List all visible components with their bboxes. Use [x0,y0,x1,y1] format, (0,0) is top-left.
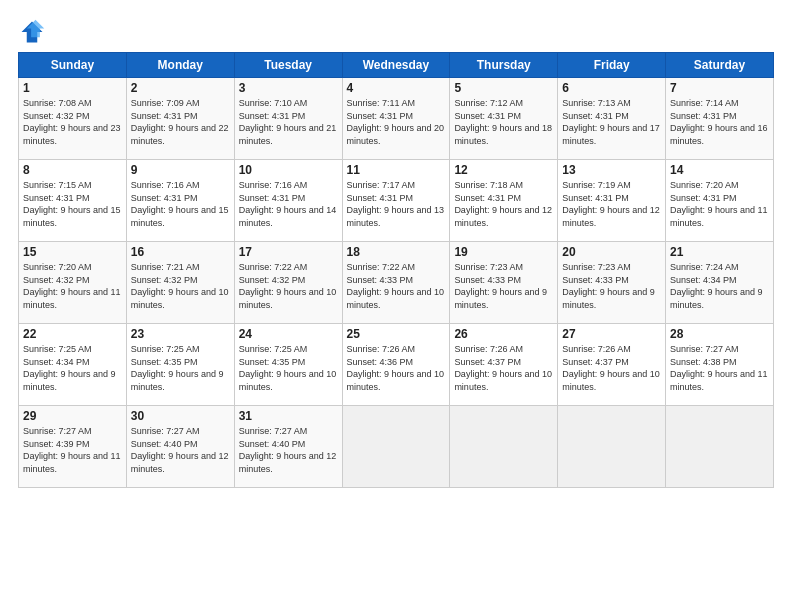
logo [18,18,50,46]
cell-info: Sunrise: 7:11 AMSunset: 4:31 PMDaylight:… [347,97,446,147]
calendar-cell: 18Sunrise: 7:22 AMSunset: 4:33 PMDayligh… [342,242,450,324]
cell-info: Sunrise: 7:15 AMSunset: 4:31 PMDaylight:… [23,179,122,229]
day-number: 21 [670,245,769,259]
day-number: 29 [23,409,122,423]
calendar-cell: 8Sunrise: 7:15 AMSunset: 4:31 PMDaylight… [19,160,127,242]
calendar-cell: 22Sunrise: 7:25 AMSunset: 4:34 PMDayligh… [19,324,127,406]
calendar-cell: 3Sunrise: 7:10 AMSunset: 4:31 PMDaylight… [234,78,342,160]
calendar-cell: 16Sunrise: 7:21 AMSunset: 4:32 PMDayligh… [126,242,234,324]
calendar-cell: 28Sunrise: 7:27 AMSunset: 4:38 PMDayligh… [666,324,774,406]
day-number: 6 [562,81,661,95]
day-header-thursday: Thursday [450,53,558,78]
cell-info: Sunrise: 7:16 AMSunset: 4:31 PMDaylight:… [131,179,230,229]
day-header-wednesday: Wednesday [342,53,450,78]
cell-info: Sunrise: 7:08 AMSunset: 4:32 PMDaylight:… [23,97,122,147]
calendar-cell: 29Sunrise: 7:27 AMSunset: 4:39 PMDayligh… [19,406,127,488]
calendar-cell: 13Sunrise: 7:19 AMSunset: 4:31 PMDayligh… [558,160,666,242]
calendar-cell: 26Sunrise: 7:26 AMSunset: 4:37 PMDayligh… [450,324,558,406]
day-number: 15 [23,245,122,259]
cell-info: Sunrise: 7:25 AMSunset: 4:35 PMDaylight:… [239,343,338,393]
cell-info: Sunrise: 7:27 AMSunset: 4:38 PMDaylight:… [670,343,769,393]
calendar-cell [558,406,666,488]
calendar-cell: 17Sunrise: 7:22 AMSunset: 4:32 PMDayligh… [234,242,342,324]
calendar-cell: 9Sunrise: 7:16 AMSunset: 4:31 PMDaylight… [126,160,234,242]
calendar-cell: 6Sunrise: 7:13 AMSunset: 4:31 PMDaylight… [558,78,666,160]
cell-info: Sunrise: 7:13 AMSunset: 4:31 PMDaylight:… [562,97,661,147]
day-header-friday: Friday [558,53,666,78]
day-number: 17 [239,245,338,259]
calendar-cell [450,406,558,488]
logo-icon [18,18,46,46]
cell-info: Sunrise: 7:22 AMSunset: 4:32 PMDaylight:… [239,261,338,311]
calendar-cell: 12Sunrise: 7:18 AMSunset: 4:31 PMDayligh… [450,160,558,242]
day-number: 3 [239,81,338,95]
cell-info: Sunrise: 7:09 AMSunset: 4:31 PMDaylight:… [131,97,230,147]
cell-info: Sunrise: 7:27 AMSunset: 4:40 PMDaylight:… [131,425,230,475]
day-number: 5 [454,81,553,95]
day-number: 2 [131,81,230,95]
cell-info: Sunrise: 7:26 AMSunset: 4:37 PMDaylight:… [562,343,661,393]
calendar-cell: 5Sunrise: 7:12 AMSunset: 4:31 PMDaylight… [450,78,558,160]
day-number: 16 [131,245,230,259]
cell-info: Sunrise: 7:26 AMSunset: 4:36 PMDaylight:… [347,343,446,393]
cell-info: Sunrise: 7:24 AMSunset: 4:34 PMDaylight:… [670,261,769,311]
cell-info: Sunrise: 7:17 AMSunset: 4:31 PMDaylight:… [347,179,446,229]
day-number: 12 [454,163,553,177]
calendar-cell: 10Sunrise: 7:16 AMSunset: 4:31 PMDayligh… [234,160,342,242]
calendar-cell: 14Sunrise: 7:20 AMSunset: 4:31 PMDayligh… [666,160,774,242]
day-number: 11 [347,163,446,177]
cell-info: Sunrise: 7:21 AMSunset: 4:32 PMDaylight:… [131,261,230,311]
calendar-table: SundayMondayTuesdayWednesdayThursdayFrid… [18,52,774,488]
week-row-5: 29Sunrise: 7:27 AMSunset: 4:39 PMDayligh… [19,406,774,488]
cell-info: Sunrise: 7:27 AMSunset: 4:39 PMDaylight:… [23,425,122,475]
cell-info: Sunrise: 7:19 AMSunset: 4:31 PMDaylight:… [562,179,661,229]
cell-info: Sunrise: 7:14 AMSunset: 4:31 PMDaylight:… [670,97,769,147]
day-number: 9 [131,163,230,177]
cell-info: Sunrise: 7:25 AMSunset: 4:35 PMDaylight:… [131,343,230,393]
cell-info: Sunrise: 7:12 AMSunset: 4:31 PMDaylight:… [454,97,553,147]
calendar-cell: 24Sunrise: 7:25 AMSunset: 4:35 PMDayligh… [234,324,342,406]
cell-info: Sunrise: 7:16 AMSunset: 4:31 PMDaylight:… [239,179,338,229]
calendar-cell: 7Sunrise: 7:14 AMSunset: 4:31 PMDaylight… [666,78,774,160]
day-header-tuesday: Tuesday [234,53,342,78]
week-row-3: 15Sunrise: 7:20 AMSunset: 4:32 PMDayligh… [19,242,774,324]
day-header-monday: Monday [126,53,234,78]
day-number: 7 [670,81,769,95]
calendar-cell [666,406,774,488]
calendar-cell: 27Sunrise: 7:26 AMSunset: 4:37 PMDayligh… [558,324,666,406]
cell-info: Sunrise: 7:18 AMSunset: 4:31 PMDaylight:… [454,179,553,229]
day-number: 19 [454,245,553,259]
header [18,18,774,46]
calendar-cell: 19Sunrise: 7:23 AMSunset: 4:33 PMDayligh… [450,242,558,324]
calendar-cell: 20Sunrise: 7:23 AMSunset: 4:33 PMDayligh… [558,242,666,324]
calendar-cell [342,406,450,488]
calendar-cell: 15Sunrise: 7:20 AMSunset: 4:32 PMDayligh… [19,242,127,324]
day-number: 1 [23,81,122,95]
day-number: 20 [562,245,661,259]
calendar-body: 1Sunrise: 7:08 AMSunset: 4:32 PMDaylight… [19,78,774,488]
calendar-cell: 1Sunrise: 7:08 AMSunset: 4:32 PMDaylight… [19,78,127,160]
day-number: 28 [670,327,769,341]
cell-info: Sunrise: 7:25 AMSunset: 4:34 PMDaylight:… [23,343,122,393]
day-number: 24 [239,327,338,341]
week-row-4: 22Sunrise: 7:25 AMSunset: 4:34 PMDayligh… [19,324,774,406]
day-number: 27 [562,327,661,341]
day-number: 4 [347,81,446,95]
day-number: 30 [131,409,230,423]
header-row: SundayMondayTuesdayWednesdayThursdayFrid… [19,53,774,78]
week-row-2: 8Sunrise: 7:15 AMSunset: 4:31 PMDaylight… [19,160,774,242]
page: SundayMondayTuesdayWednesdayThursdayFrid… [0,0,792,612]
calendar-cell: 2Sunrise: 7:09 AMSunset: 4:31 PMDaylight… [126,78,234,160]
day-number: 13 [562,163,661,177]
day-number: 22 [23,327,122,341]
calendar-cell: 4Sunrise: 7:11 AMSunset: 4:31 PMDaylight… [342,78,450,160]
day-number: 26 [454,327,553,341]
cell-info: Sunrise: 7:20 AMSunset: 4:32 PMDaylight:… [23,261,122,311]
day-number: 23 [131,327,230,341]
calendar-cell: 11Sunrise: 7:17 AMSunset: 4:31 PMDayligh… [342,160,450,242]
cell-info: Sunrise: 7:20 AMSunset: 4:31 PMDaylight:… [670,179,769,229]
calendar-cell: 31Sunrise: 7:27 AMSunset: 4:40 PMDayligh… [234,406,342,488]
day-number: 14 [670,163,769,177]
cell-info: Sunrise: 7:26 AMSunset: 4:37 PMDaylight:… [454,343,553,393]
week-row-1: 1Sunrise: 7:08 AMSunset: 4:32 PMDaylight… [19,78,774,160]
